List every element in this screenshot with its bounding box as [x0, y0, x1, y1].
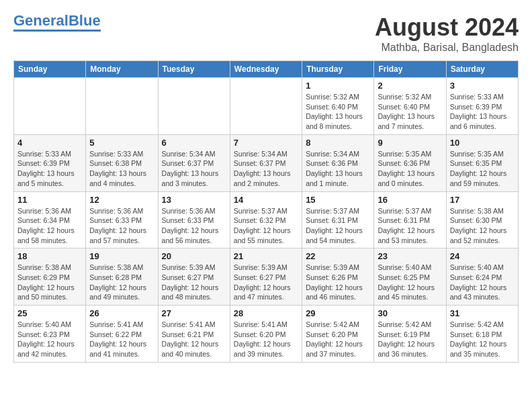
day-number: 21: [234, 251, 298, 261]
calendar-cell: 19Sunrise: 5:38 AMSunset: 6:28 PMDayligh…: [86, 248, 158, 306]
calendar-cell: 23Sunrise: 5:40 AMSunset: 6:25 PMDayligh…: [374, 248, 446, 306]
logo-part2: Blue: [69, 12, 101, 29]
calendar-cell: [86, 78, 158, 135]
day-info: Sunrise: 5:38 AMSunset: 6:30 PMDaylight:…: [450, 206, 515, 246]
header-saturday: Saturday: [446, 61, 518, 78]
day-info: Sunrise: 5:40 AMSunset: 6:24 PMDaylight:…: [450, 263, 515, 302]
calendar-body: 1Sunrise: 5:32 AMSunset: 6:40 PMDaylight…: [14, 78, 519, 363]
day-number: 5: [89, 138, 154, 148]
calendar-cell: 14Sunrise: 5:37 AMSunset: 6:32 PMDayligh…: [230, 191, 302, 248]
calendar-cell: 8Sunrise: 5:34 AMSunset: 6:36 PMDaylight…: [302, 134, 374, 191]
calendar-cell: 13Sunrise: 5:36 AMSunset: 6:33 PMDayligh…: [158, 191, 230, 248]
calendar-cell: 20Sunrise: 5:39 AMSunset: 6:27 PMDayligh…: [158, 248, 230, 306]
day-info: Sunrise: 5:42 AMSunset: 6:18 PMDaylight:…: [450, 320, 515, 359]
day-info: Sunrise: 5:38 AMSunset: 6:28 PMDaylight:…: [89, 263, 154, 302]
calendar-cell: 31Sunrise: 5:42 AMSunset: 6:18 PMDayligh…: [446, 306, 518, 363]
week-row-3: 18Sunrise: 5:38 AMSunset: 6:29 PMDayligh…: [14, 248, 519, 306]
header-wednesday: Wednesday: [230, 61, 302, 78]
week-row-4: 25Sunrise: 5:40 AMSunset: 6:23 PMDayligh…: [14, 306, 519, 363]
calendar-cell: 22Sunrise: 5:39 AMSunset: 6:26 PMDayligh…: [302, 248, 374, 306]
day-info: Sunrise: 5:42 AMSunset: 6:20 PMDaylight:…: [306, 320, 370, 359]
day-info: Sunrise: 5:39 AMSunset: 6:27 PMDaylight:…: [234, 263, 298, 302]
day-number: 3: [450, 81, 515, 91]
calendar-cell: 3Sunrise: 5:33 AMSunset: 6:39 PMDaylight…: [446, 78, 518, 135]
week-row-2: 11Sunrise: 5:36 AMSunset: 6:34 PMDayligh…: [14, 191, 519, 248]
calendar-cell: [230, 78, 302, 135]
day-info: Sunrise: 5:40 AMSunset: 6:23 PMDaylight:…: [17, 320, 82, 359]
day-number: 29: [306, 308, 370, 318]
day-number: 28: [234, 308, 298, 318]
day-number: 9: [378, 138, 442, 148]
page-header: GeneralBlue August 2024 Mathba, Barisal,…: [13, 13, 519, 54]
day-info: Sunrise: 5:41 AMSunset: 6:21 PMDaylight:…: [162, 320, 226, 359]
month-year: August 2024: [375, 13, 519, 42]
calendar-cell: 11Sunrise: 5:36 AMSunset: 6:34 PMDayligh…: [14, 191, 86, 248]
calendar-cell: 27Sunrise: 5:41 AMSunset: 6:21 PMDayligh…: [158, 306, 230, 363]
calendar-table: SundayMondayTuesdayWednesdayThursdayFrid…: [13, 60, 519, 363]
day-info: Sunrise: 5:40 AMSunset: 6:25 PMDaylight:…: [378, 263, 442, 302]
day-info: Sunrise: 5:37 AMSunset: 6:32 PMDaylight:…: [234, 206, 298, 246]
day-number: 18: [17, 251, 82, 261]
day-number: 17: [450, 195, 515, 205]
calendar-cell: 21Sunrise: 5:39 AMSunset: 6:27 PMDayligh…: [230, 248, 302, 306]
day-number: 11: [17, 195, 82, 205]
day-info: Sunrise: 5:39 AMSunset: 6:27 PMDaylight:…: [162, 263, 226, 302]
logo-underline: [13, 30, 101, 32]
day-info: Sunrise: 5:35 AMSunset: 6:36 PMDaylight:…: [378, 149, 442, 189]
day-number: 1: [306, 81, 370, 91]
day-info: Sunrise: 5:36 AMSunset: 6:33 PMDaylight:…: [162, 206, 226, 246]
day-number: 16: [378, 195, 442, 205]
day-info: Sunrise: 5:33 AMSunset: 6:38 PMDaylight:…: [89, 149, 154, 189]
header-tuesday: Tuesday: [158, 61, 230, 78]
calendar-cell: 4Sunrise: 5:33 AMSunset: 6:39 PMDaylight…: [14, 134, 86, 191]
day-number: 4: [17, 138, 82, 148]
day-number: 12: [89, 195, 154, 205]
day-number: 23: [378, 251, 442, 261]
week-row-0: 1Sunrise: 5:32 AMSunset: 6:40 PMDaylight…: [14, 78, 519, 135]
day-info: Sunrise: 5:41 AMSunset: 6:22 PMDaylight:…: [89, 320, 154, 359]
day-number: 22: [306, 251, 370, 261]
day-info: Sunrise: 5:33 AMSunset: 6:39 PMDaylight:…: [450, 92, 515, 132]
week-row-1: 4Sunrise: 5:33 AMSunset: 6:39 PMDaylight…: [14, 134, 519, 191]
day-number: 26: [89, 308, 154, 318]
title-block: August 2024 Mathba, Barisal, Bangladesh: [375, 13, 519, 54]
day-info: Sunrise: 5:32 AMSunset: 6:40 PMDaylight:…: [306, 92, 370, 132]
day-number: 7: [234, 138, 298, 148]
day-info: Sunrise: 5:34 AMSunset: 6:36 PMDaylight:…: [306, 149, 370, 189]
day-info: Sunrise: 5:34 AMSunset: 6:37 PMDaylight:…: [162, 149, 226, 189]
day-info: Sunrise: 5:36 AMSunset: 6:33 PMDaylight:…: [89, 206, 154, 246]
header-monday: Monday: [86, 61, 158, 78]
calendar-cell: 16Sunrise: 5:37 AMSunset: 6:31 PMDayligh…: [374, 191, 446, 248]
day-number: 10: [450, 138, 515, 148]
header-thursday: Thursday: [302, 61, 374, 78]
calendar-cell: 1Sunrise: 5:32 AMSunset: 6:40 PMDaylight…: [302, 78, 374, 135]
day-number: 27: [162, 308, 226, 318]
calendar-cell: 7Sunrise: 5:34 AMSunset: 6:37 PMDaylight…: [230, 134, 302, 191]
calendar-cell: 26Sunrise: 5:41 AMSunset: 6:22 PMDayligh…: [86, 306, 158, 363]
calendar-cell: [158, 78, 230, 135]
day-number: 14: [234, 195, 298, 205]
calendar-cell: 28Sunrise: 5:41 AMSunset: 6:20 PMDayligh…: [230, 306, 302, 363]
calendar-cell: 15Sunrise: 5:37 AMSunset: 6:31 PMDayligh…: [302, 191, 374, 248]
day-info: Sunrise: 5:41 AMSunset: 6:20 PMDaylight:…: [234, 320, 298, 359]
calendar-cell: 5Sunrise: 5:33 AMSunset: 6:38 PMDaylight…: [86, 134, 158, 191]
calendar-cell: 9Sunrise: 5:35 AMSunset: 6:36 PMDaylight…: [374, 134, 446, 191]
calendar-header-row: SundayMondayTuesdayWednesdayThursdayFrid…: [14, 61, 519, 78]
day-info: Sunrise: 5:37 AMSunset: 6:31 PMDaylight:…: [378, 206, 442, 246]
calendar-cell: 6Sunrise: 5:34 AMSunset: 6:37 PMDaylight…: [158, 134, 230, 191]
calendar-cell: 2Sunrise: 5:32 AMSunset: 6:40 PMDaylight…: [374, 78, 446, 135]
day-number: 25: [17, 308, 82, 318]
calendar-cell: 25Sunrise: 5:40 AMSunset: 6:23 PMDayligh…: [14, 306, 86, 363]
day-info: Sunrise: 5:34 AMSunset: 6:37 PMDaylight:…: [234, 149, 298, 189]
day-info: Sunrise: 5:37 AMSunset: 6:31 PMDaylight:…: [306, 206, 370, 246]
day-number: 20: [162, 251, 226, 261]
calendar-cell: 30Sunrise: 5:42 AMSunset: 6:19 PMDayligh…: [374, 306, 446, 363]
calendar-cell: 24Sunrise: 5:40 AMSunset: 6:24 PMDayligh…: [446, 248, 518, 306]
day-number: 15: [306, 195, 370, 205]
day-info: Sunrise: 5:38 AMSunset: 6:29 PMDaylight:…: [17, 263, 82, 302]
day-number: 6: [162, 138, 226, 148]
day-info: Sunrise: 5:36 AMSunset: 6:34 PMDaylight:…: [17, 206, 82, 246]
calendar-cell: 17Sunrise: 5:38 AMSunset: 6:30 PMDayligh…: [446, 191, 518, 248]
day-number: 8: [306, 138, 370, 148]
header-friday: Friday: [374, 61, 446, 78]
